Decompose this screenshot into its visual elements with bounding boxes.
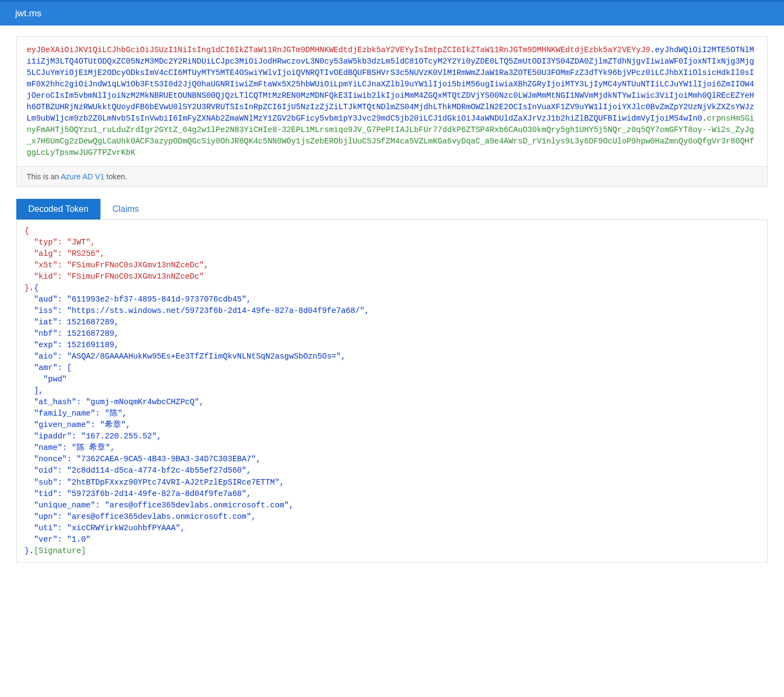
token-dot: .: [702, 114, 707, 123]
app-title: jwt.ms: [15, 8, 41, 18]
decoded-token-box: { "typ": "JWT", "alg": "RS256", "x5t": "…: [16, 219, 768, 562]
tabs: Decoded Token Claims: [16, 199, 768, 219]
encoded-token-box[interactable]: eyJ0eXAiOiJKV1QiLCJhbGciOiJSUzI1NiIsIng1…: [16, 36, 768, 167]
token-dot: .: [650, 46, 655, 54]
token-info-bar: This is an Azure AD V1 token.: [16, 167, 768, 187]
info-suffix: token.: [104, 172, 127, 181]
main-container: eyJ0eXAiOiJKV1QiLCJhbGciOiJSUzI1NiIsIng1…: [0, 26, 784, 574]
azure-ad-link[interactable]: Azure AD V1: [61, 172, 104, 181]
tab-claims[interactable]: Claims: [100, 199, 151, 219]
token-header-segment: eyJ0eXAiOiJKV1QiLCJhbGciOiJSUzI1NiIsIng1…: [27, 46, 650, 54]
info-prefix: This is an: [27, 172, 61, 181]
token-payload-segment: eyJhdWQiOiI2MTE5OTNlMi1iZjM3LTQ4OTUtODQx…: [27, 46, 754, 123]
tab-decoded-token[interactable]: Decoded Token: [16, 199, 100, 219]
app-header: jwt.ms: [0, 0, 784, 26]
